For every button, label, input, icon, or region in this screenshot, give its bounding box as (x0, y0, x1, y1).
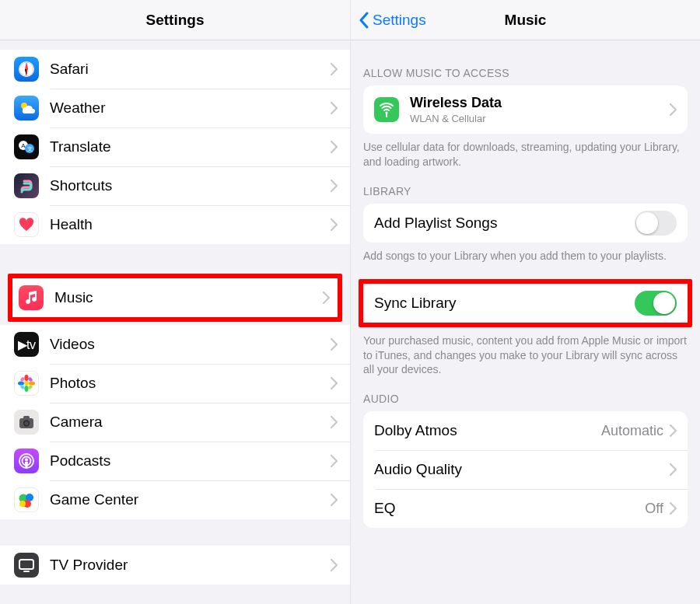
podcasts-row[interactable]: Podcasts (0, 442, 350, 480)
music-settings-list[interactable]: ALLOW MUSIC TO ACCESSWireless DataWLAN &… (351, 40, 700, 604)
tvprovider-row[interactable]: TV Provider (0, 546, 350, 585)
safari-row[interactable]: Safari (0, 50, 350, 89)
shortcuts-icon (14, 173, 39, 198)
section-footer: Add songs to your Library when you add t… (351, 243, 700, 264)
health-label: Health (50, 216, 331, 233)
videos-icon: ▶tv (14, 332, 39, 357)
chevron-right-icon (331, 141, 338, 153)
podcasts-icon (14, 449, 39, 473)
highlight-synclibrary: Sync Library (359, 279, 692, 327)
wireless-label: Wireless Data (410, 95, 670, 111)
camera-label: Camera (50, 414, 331, 431)
translate-icon (14, 134, 39, 159)
videos-row[interactable]: ▶tvVideos (0, 325, 350, 364)
health-icon (14, 212, 39, 237)
chevron-right-icon (331, 63, 338, 75)
chevron-right-icon (670, 502, 677, 515)
back-button[interactable]: Settings (359, 0, 426, 40)
translate-row[interactable]: Translate (0, 127, 350, 166)
wireless-row[interactable]: Wireless DataWLAN & Cellular (363, 86, 688, 134)
chevron-right-icon (331, 559, 338, 571)
section-header: AUDIO (351, 393, 700, 411)
section-footer: Your purchased music, content you add fr… (351, 327, 700, 378)
music-icon (19, 285, 44, 310)
camera-row[interactable]: Camera (0, 403, 350, 442)
highlight-music: Music (8, 274, 342, 322)
photos-row[interactable]: Photos (0, 364, 350, 403)
wireless-icon (374, 97, 399, 122)
chevron-right-icon (323, 292, 330, 304)
gamecenter-icon (14, 487, 39, 512)
dolby-detail: Automatic (601, 423, 663, 439)
quality-label: Audio Quality (374, 461, 670, 478)
section-header: ALLOW MUSIC TO ACCESS (351, 67, 700, 86)
music-row[interactable]: Music (12, 278, 338, 317)
shortcuts-row[interactable]: Shortcuts (0, 166, 350, 205)
chevron-right-icon (331, 416, 338, 428)
chevron-right-icon (331, 102, 338, 114)
music-label: Music (54, 289, 323, 306)
photos-label: Photos (50, 375, 331, 392)
chevron-right-icon (670, 424, 677, 437)
chevron-right-icon (331, 218, 338, 231)
addplaylist-row[interactable]: Add Playlist Songs (363, 204, 688, 243)
addplaylist-toggle[interactable] (635, 211, 677, 236)
synclibrary-row[interactable]: Sync Library (363, 284, 688, 323)
music-settings-screen: Settings Music ALLOW MUSIC TO ACCESSWire… (350, 0, 700, 604)
podcasts-label: Podcasts (50, 452, 331, 470)
videos-label: Videos (50, 336, 331, 353)
tvprovider-icon (14, 553, 39, 578)
eq-label: EQ (374, 500, 645, 517)
dolby-label: Dolby Atmos (374, 422, 601, 439)
chevron-right-icon (331, 455, 338, 467)
weather-row[interactable]: Weather (0, 89, 350, 127)
weather-label: Weather (50, 100, 331, 117)
chevron-right-icon (331, 494, 338, 506)
synclibrary-label: Sync Library (374, 295, 635, 312)
translate-label: Translate (50, 138, 331, 155)
back-label: Settings (373, 12, 426, 29)
shortcuts-label: Shortcuts (50, 177, 331, 194)
section-footer: Use cellular data for downloads, streami… (351, 134, 700, 169)
eq-row[interactable]: EQOff (363, 489, 688, 528)
music-navbar: Settings Music (351, 0, 700, 40)
chevron-back-icon (359, 12, 369, 29)
chevron-right-icon (331, 377, 338, 389)
eq-detail: Off (645, 501, 663, 517)
settings-screen: Settings SafariWeatherTranslateShortcuts… (0, 0, 350, 604)
chevron-right-icon (331, 338, 338, 351)
music-title: Music (505, 12, 547, 29)
dolby-row[interactable]: Dolby AtmosAutomatic (363, 411, 688, 450)
gamecenter-label: Game Center (50, 491, 331, 508)
tvprovider-label: TV Provider (50, 557, 331, 574)
synclibrary-toggle[interactable] (635, 291, 677, 316)
gamecenter-row[interactable]: Game Center (0, 480, 350, 519)
chevron-right-icon (670, 103, 677, 116)
chevron-right-icon (670, 463, 677, 476)
addplaylist-label: Add Playlist Songs (374, 215, 635, 232)
photos-icon (14, 371, 39, 396)
safari-icon (14, 57, 39, 82)
weather-icon (14, 96, 39, 120)
health-row[interactable]: Health (0, 205, 350, 244)
quality-row[interactable]: Audio Quality (363, 450, 688, 489)
wireless-sublabel: WLAN & Cellular (410, 113, 670, 124)
settings-navbar: Settings (0, 0, 350, 40)
chevron-right-icon (331, 180, 338, 192)
camera-icon (14, 410, 39, 435)
settings-title: Settings (146, 12, 205, 29)
section-header: LIBRARY (351, 185, 700, 204)
safari-label: Safari (50, 61, 331, 78)
settings-list[interactable]: SafariWeatherTranslateShortcutsHealthMus… (0, 40, 350, 604)
